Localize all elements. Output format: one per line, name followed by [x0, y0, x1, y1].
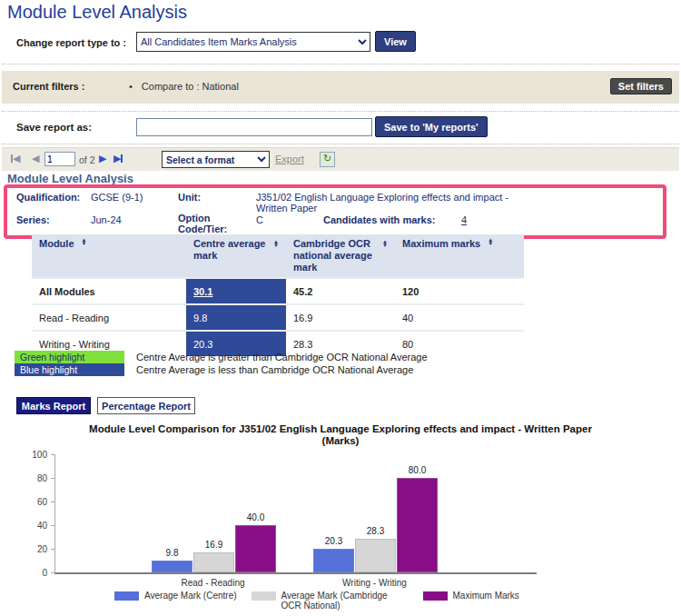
option-code-tier-value: C: [256, 214, 263, 225]
maximum-marks-cell: 120: [395, 278, 524, 304]
divider: [2, 64, 679, 65]
y-axis-tick-mark: [51, 454, 54, 455]
y-axis-tick-label: 40: [16, 521, 47, 531]
chart-bar: [193, 552, 234, 572]
save-report-label: Save report as:: [16, 122, 92, 133]
legend-swatch-icon: [114, 591, 139, 601]
chart-bar: [235, 525, 276, 572]
page-number-input[interactable]: [44, 152, 75, 166]
x-axis-category-label: Writing - Writing: [321, 578, 429, 588]
refresh-icon[interactable]: ↻: [320, 152, 335, 167]
sort-icon[interactable]: ▲▼: [82, 238, 87, 245]
centre-average-cell: 9.8: [186, 304, 286, 331]
chart-plot-area: 9.816.940.020.328.380.0: [54, 454, 537, 574]
chart-bar: [397, 478, 438, 572]
table-header-row: Module▲▼ Centre average mark▲▼ Cambridge…: [32, 234, 524, 278]
blue-highlight-description: Centre Average is less than Cambridge OC…: [136, 363, 572, 376]
current-filters-label: Current filters :: [13, 81, 84, 92]
filter-item-text: Compare to : National: [142, 81, 239, 92]
legend-label: Average Mark (Centre): [144, 591, 237, 601]
bullet-icon: •: [129, 81, 133, 92]
chart-legend: Average Mark (Centre)Average Mark (Cambr…: [114, 591, 519, 611]
series-label: Series:: [16, 214, 50, 225]
module-comparison-bar-chart: 9.816.940.020.328.380.0 Average Mark (Ce…: [0, 452, 681, 616]
tab-marks-report[interactable]: Marks Report: [16, 397, 91, 414]
centre-average-cell: 30.1: [186, 278, 286, 304]
y-axis-tick-mark: [51, 525, 54, 526]
divider: [2, 144, 679, 144]
bar-value-label: 40.0: [226, 512, 285, 522]
blue-highlight-swatch: Blue highlight: [15, 363, 124, 376]
sort-icon[interactable]: ▲▼: [488, 238, 493, 245]
page-title: Module Level Analysis: [7, 2, 187, 23]
centre-average-link[interactable]: 30.1: [193, 286, 212, 297]
maximum-marks-cell: 40: [395, 304, 524, 331]
chart-legend-item: Average Mark (Cambridge OCR National): [252, 591, 409, 611]
save-to-my-reports-button[interactable]: Save to 'My reports': [375, 116, 488, 137]
qualification-label: Qualification:: [16, 192, 80, 203]
green-highlight-swatch: Green highlight: [15, 351, 124, 363]
section-title: Module Level Analysis: [7, 172, 133, 185]
module-marks-table: Module▲▼ Centre average mark▲▼ Cambridge…: [32, 234, 524, 356]
y-axis-tick-mark: [51, 478, 54, 479]
legend-swatch-icon: [423, 591, 448, 601]
save-report-input[interactable]: [136, 118, 372, 136]
column-header-centre-average[interactable]: Centre average mark▲▼: [186, 234, 286, 278]
unit-label: Unit:: [178, 192, 201, 203]
export-link[interactable]: Export: [275, 154, 304, 164]
chart-bar: [313, 549, 354, 572]
y-axis-tick-label: 100: [16, 450, 47, 460]
set-filters-button[interactable]: Set filters: [610, 78, 672, 94]
report-pagination-toolbar: ◀ ◀ of 2 ▶ ▶ Select a format Export ↻: [2, 147, 679, 171]
column-header-national-average[interactable]: Cambridge OCR national average mark▲▼: [286, 234, 395, 278]
y-axis-tick-label: 80: [16, 473, 47, 483]
chart-title: Module Level Comparison for J351/02 Engl…: [77, 423, 604, 447]
export-format-select[interactable]: Select a format: [162, 151, 270, 168]
candidates-with-marks-link[interactable]: 4: [461, 214, 467, 225]
first-page-icon[interactable]: ◀: [11, 152, 20, 165]
chart-legend-item: Maximum Marks: [423, 591, 519, 601]
chart-bar: [355, 539, 396, 572]
report-type-select[interactable]: All Candidates Item Marks Analysis: [136, 32, 370, 52]
qualification-value: GCSE (9-1): [91, 192, 143, 203]
legend-label: Average Mark (Cambridge OCR National): [281, 591, 409, 611]
y-axis-tick-label: 60: [16, 497, 47, 507]
legend-swatch-icon: [252, 591, 276, 601]
chart-bar: [152, 561, 192, 572]
last-page-icon[interactable]: ▶: [114, 152, 123, 165]
current-filters-bar: Current filters : •Compare to : National…: [2, 71, 679, 104]
series-value: Jun-24: [91, 214, 122, 225]
view-button[interactable]: View: [375, 31, 416, 52]
sort-icon[interactable]: ▲▼: [382, 240, 388, 247]
page-count-label: of 2: [79, 154, 95, 165]
x-axis-category-label: Read - Reading: [159, 578, 268, 588]
legend-label: Maximum Marks: [453, 591, 519, 601]
module-level-analysis-page: Module Level Analysis Change report type…: [0, 0, 681, 616]
module-name: All Modules: [32, 278, 186, 304]
y-axis-tick-label: 0: [16, 568, 47, 578]
filter-item: •Compare to : National: [129, 81, 239, 92]
report-type-label: Change report type to :: [16, 37, 126, 48]
candidates-with-marks-label: Candidates with marks:: [323, 214, 435, 225]
y-axis-tick-mark: [51, 572, 54, 573]
column-header-maximum-marks[interactable]: Maximum marks▲▼: [395, 234, 524, 278]
national-average-cell: 45.2: [286, 278, 395, 304]
y-axis-tick-mark: [51, 502, 54, 502]
table-row: All Modules 30.1 45.2 120: [32, 278, 524, 304]
next-page-icon[interactable]: ▶: [99, 152, 106, 165]
module-name: Read - Reading: [32, 304, 186, 331]
sort-icon[interactable]: ▲▼: [273, 240, 279, 247]
table-row: Read - Reading 9.8 16.9 40: [32, 304, 524, 331]
previous-page-icon[interactable]: ◀: [32, 152, 39, 165]
y-axis-tick-label: 20: [16, 544, 47, 554]
column-header-module[interactable]: Module▲▼: [32, 234, 186, 278]
national-average-cell: 16.9: [286, 304, 395, 331]
report-header-highlight-box: Qualification: GCSE (9-1) Unit: J351/02 …: [4, 184, 666, 239]
tab-percentage-report[interactable]: Percentage Report: [97, 397, 195, 414]
option-code-tier-label: Option Code/Tier:: [178, 213, 242, 234]
green-highlight-description: Centre Average is greater than Cambridge…: [136, 351, 572, 363]
divider: [2, 111, 679, 112]
bar-value-label: 80.0: [388, 465, 447, 475]
y-axis-tick-mark: [51, 549, 54, 550]
unit-value: J351/02 English Language Exploring effec…: [256, 192, 518, 214]
